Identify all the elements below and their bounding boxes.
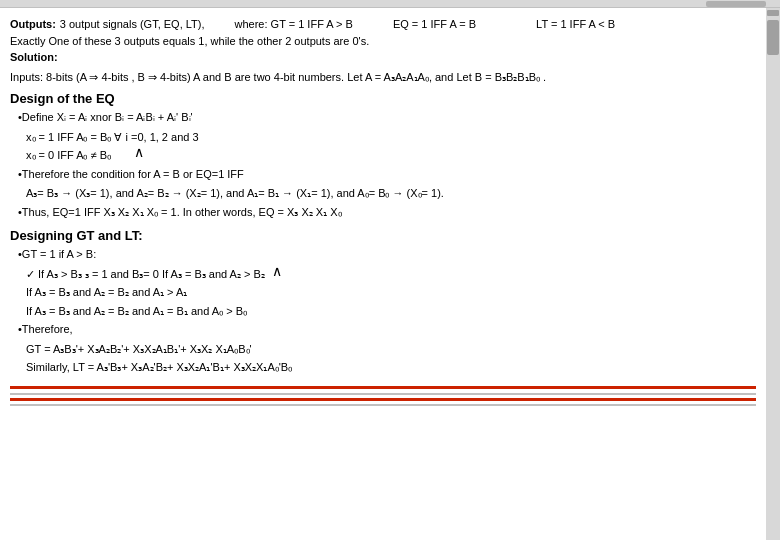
bullet5: •Therefore,	[10, 321, 756, 338]
line2: x₀ = 0 IFF A₀ ≠ B₀ ∧	[10, 147, 756, 164]
outputs-label: Outputs:	[10, 16, 56, 33]
bottom-gray-line-1	[10, 393, 756, 395]
horizontal-scroll-thumb[interactable]	[706, 1, 766, 7]
bullet4: •GT = 1 if A > B:	[10, 246, 756, 263]
outputs-eq: EQ = 1 IFF A = B	[393, 16, 476, 33]
check-mark: ∧	[134, 144, 144, 160]
outputs-signals: 3 output signals (GT, EQ, LT),	[60, 16, 205, 33]
scroll-up-arrow[interactable]	[767, 10, 779, 16]
outputs-line: Outputs: 3 output signals (GT, EQ, LT), …	[10, 16, 756, 33]
line7: GT = A₃B₃'+ X₃A₂B₂'+ X₃X₂A₁B₁'+ X₃X₂ X₁A…	[10, 341, 756, 358]
bottom-red-line	[10, 398, 756, 401]
outputs-lt: LT = 1 IFF A < B	[536, 16, 615, 33]
heading-eq: Design of the EQ	[10, 91, 756, 106]
solution-label: Solution:	[10, 51, 58, 63]
line8: Similarly, LT = A₃'B₃+ X₃A₂'B₂+ X₃X₂A₁'B…	[10, 359, 756, 376]
top-scrollbar	[0, 0, 780, 8]
line5: If A₃ = B₃ and A₂ = B₂ and A₁ > A₁	[10, 284, 756, 301]
document-content: Outputs: 3 output signals (GT, EQ, LT), …	[0, 8, 766, 540]
bullet2: •Therefore the condition for A = B or EQ…	[10, 166, 756, 183]
main-area: Outputs: 3 output signals (GT, EQ, LT), …	[0, 8, 780, 540]
caret1: ∧	[272, 263, 282, 279]
page-container: Outputs: 3 output signals (GT, EQ, LT), …	[0, 0, 780, 540]
bottom-gray-line-2	[10, 404, 756, 406]
line3: A₃= B₃ → (X₃= 1), and A₂= B₂ → (X₂= 1), …	[10, 185, 756, 202]
heading-gt-lt: Designing GT and LT:	[10, 228, 756, 243]
outputs-section: Outputs: 3 output signals (GT, EQ, LT), …	[10, 16, 756, 66]
outputs-where: where: GT = 1 IFF A > B	[235, 16, 353, 33]
inputs-line: Inputs: 8-bits (A ⇒ 4-bits , B ⇒ 4-bits)…	[10, 69, 756, 86]
exactly-line: Exactly One of these 3 outputs equals 1,…	[10, 33, 756, 50]
line6: If A₃ = B₃ and A₂ = B₂ and A₁ = B₁ and A…	[10, 303, 756, 320]
line4: ✓ If A₃ > B₃ ₃ = 1 and B₃= 0 If A₃ = B₃ …	[10, 266, 756, 283]
bullet1: •Define Xᵢ = Aᵢ xnor Bᵢ = AᵢBᵢ + Aᵢ' Bᵢ'	[10, 109, 756, 126]
bottom-lines	[10, 393, 756, 406]
vertical-scrollbar[interactable]	[766, 8, 780, 540]
red-separator	[10, 386, 756, 389]
bullet3: •Thus, EQ=1 IFF X₃ X₂ X₁ X₀ = 1. In othe…	[10, 204, 756, 221]
line1: x₀ = 1 IFF A₀ = B₀ ∀ i =0, 1, 2 and 3	[10, 129, 756, 146]
scroll-thumb-vertical[interactable]	[767, 20, 779, 55]
